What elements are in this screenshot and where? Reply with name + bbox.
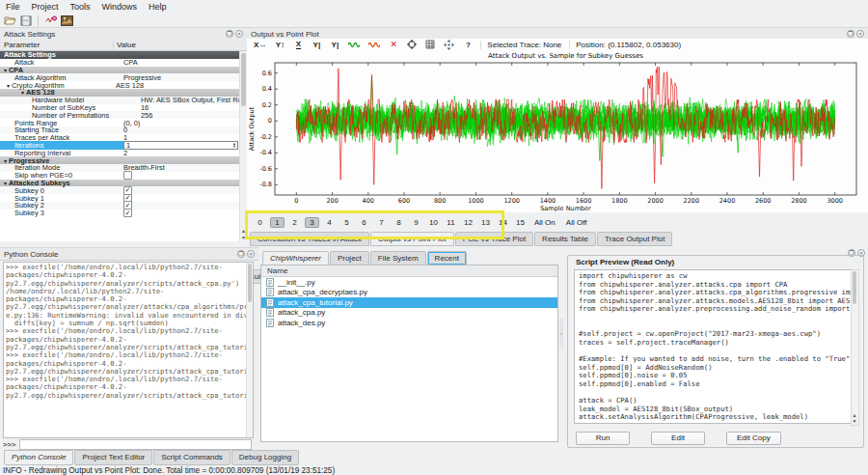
subkey-button-6[interactable]: 6 xyxy=(357,217,371,228)
range-x-icon[interactable]: X xyxy=(293,40,303,49)
tab-python-console[interactable]: Python Console xyxy=(4,450,73,465)
tab-correlation-vs-traces-in-attack[interactable]: Correlation vs Traces in Attack xyxy=(250,232,369,246)
subkey-button-2[interactable]: 2 xyxy=(287,217,302,228)
parameter-value[interactable] xyxy=(123,171,240,180)
checkbox-unchecked[interactable] xyxy=(123,171,132,180)
file-item-attack-des-py[interactable]: attack_des.py xyxy=(261,318,557,328)
autoscale-y-icon[interactable]: Y↕ xyxy=(275,40,285,49)
menu-tools[interactable]: Tools xyxy=(65,1,96,13)
subkey-button-13[interactable]: 13 xyxy=(478,217,493,228)
console-scrollbar[interactable] xyxy=(246,263,253,437)
file-item-init-py[interactable]: __init__.py xyxy=(261,277,557,288)
tab-project[interactable]: Project xyxy=(330,251,369,265)
tree-row-subkey-3[interactable]: Subkey 3✓ xyxy=(0,210,240,217)
tab-results-table[interactable]: Results Table xyxy=(534,232,596,246)
subkey-button-3[interactable]: 3 xyxy=(305,217,319,228)
file-item-attack-cpa-decryptaes-py[interactable]: attack_cpa_decryptaes.py xyxy=(261,288,557,298)
menu-file[interactable]: File xyxy=(0,1,26,13)
script-file-list[interactable]: Name __init__.pyattack_cpa_decryptaes.py… xyxy=(260,265,558,442)
tab-debug-logging[interactable]: Debug Logging xyxy=(231,450,299,465)
edit-copy-button[interactable]: Edit Copy xyxy=(726,432,781,445)
subkey-button-14[interactable]: 14 xyxy=(496,217,510,228)
parameter-value[interactable]: CPA xyxy=(123,58,240,67)
script-scrollbar[interactable]: ▲ ▼ xyxy=(851,269,859,426)
persistence-traces-icon[interactable] xyxy=(368,40,380,49)
subkey-button-0[interactable]: 0 xyxy=(253,217,267,228)
attack-settings-tree[interactable]: Attack SettingsAttackCPA▾CPAAttack Algor… xyxy=(0,51,240,241)
tab-file-system[interactable]: File System xyxy=(370,251,426,265)
subkey-button-12[interactable]: 12 xyxy=(461,217,475,228)
spinner-arrows-icon[interactable]: ▲▼ xyxy=(232,142,236,149)
console-input[interactable] xyxy=(19,439,252,450)
tree-scrollbar[interactable]: ▲ ▲ ▼ xyxy=(239,51,247,241)
tab-recent[interactable]: Recent xyxy=(427,251,467,265)
subkey-button-4[interactable]: 4 xyxy=(322,217,337,228)
parameter-name: Subkey 3 xyxy=(14,209,44,217)
subkey-button-all-on[interactable]: All On xyxy=(530,217,559,228)
subkey-button-7[interactable]: 7 xyxy=(374,217,389,228)
svg-text:Attack Output: Attack Output xyxy=(248,106,256,151)
help-icon[interactable]: ? xyxy=(463,40,473,49)
name-column-header[interactable]: Name xyxy=(267,266,287,275)
menu-windows[interactable]: Windows xyxy=(96,1,144,13)
iterations-spinbox[interactable]: 1▲▼ xyxy=(123,141,238,150)
subkey-button-10[interactable]: 10 xyxy=(426,217,441,228)
subkey-button-8[interactable]: 8 xyxy=(392,217,406,228)
tab-project-text-editor[interactable]: Project Text Editor xyxy=(74,450,152,465)
chart-canvas[interactable]: 0200400600800100012001400160018002000220… xyxy=(247,50,868,212)
subkey-button-all-off[interactable]: All Off xyxy=(562,217,591,228)
run-button[interactable]: Run xyxy=(576,432,630,445)
tab-script-commands[interactable]: Script Commands xyxy=(153,450,231,465)
file-list-header[interactable]: Name xyxy=(261,265,557,277)
parameter-value[interactable]: 1▲▼ xyxy=(123,141,240,150)
show-traces-icon[interactable] xyxy=(348,40,360,49)
checkbox-checked[interactable]: ✓ xyxy=(123,209,132,217)
tab-pge-vs-trace-plot[interactable]: PGE vs Trace Plot xyxy=(455,232,533,246)
range-y-icon[interactable]: Y| xyxy=(312,40,321,49)
subkey-button-9[interactable]: 9 xyxy=(409,217,423,228)
open-project-icon[interactable] xyxy=(3,14,16,27)
autoscale-x-icon[interactable]: X↔ xyxy=(254,40,266,49)
dock-close-icon[interactable]: × xyxy=(247,250,255,258)
dock-close-icon[interactable]: × xyxy=(856,30,864,38)
analyzer-tool-icon[interactable] xyxy=(60,14,73,27)
script-preview-panel: ❐ × Script Preview (Read Only) import ch… xyxy=(563,247,868,452)
tab-output-vs-point-plot[interactable]: Output vs Point Plot xyxy=(370,232,454,246)
subkey-button-15[interactable]: 15 xyxy=(513,217,528,228)
dock-float-icon[interactable]: ❐ xyxy=(226,30,233,38)
attack-settings-title: Attack Settings xyxy=(4,30,55,39)
dock-close-icon[interactable]: × xyxy=(235,30,243,38)
crosshair-icon[interactable] xyxy=(407,40,417,49)
value-column-header[interactable]: Value xyxy=(114,41,136,49)
grid-icon[interactable] xyxy=(425,40,435,49)
save-project-icon[interactable] xyxy=(19,14,33,27)
tree-row-attack[interactable]: AttackCPA xyxy=(0,59,240,67)
tree-scrollbar-thumb[interactable] xyxy=(241,53,246,106)
menu-help[interactable]: Help xyxy=(143,1,173,13)
clear-plot-icon[interactable]: ✕ xyxy=(389,40,398,49)
svg-text:2200: 2200 xyxy=(684,197,700,205)
capture-tool-icon[interactable] xyxy=(43,14,57,27)
script-code-view[interactable]: import chipwhisperer as cw from chipwhis… xyxy=(574,269,853,424)
parameter-value[interactable]: ✓ xyxy=(123,209,240,217)
tab-chipwhisperer[interactable]: ChipWhisperer xyxy=(262,251,329,265)
subkey-button-5[interactable]: 5 xyxy=(339,217,354,228)
console-output[interactable]: >>> execfile('/home/ondro/.local/lib/pyt… xyxy=(3,262,254,438)
attack-output-chart[interactable]: 0200400600800100012001400160018002000220… xyxy=(247,50,868,212)
menu-project[interactable]: Project xyxy=(26,1,65,13)
tab-trace-output-plot[interactable]: Trace Output Plot xyxy=(597,232,672,246)
parameter-value[interactable]: AES 128 xyxy=(116,81,240,90)
dock-float-icon[interactable]: ❐ xyxy=(237,250,245,258)
bottom-dock-tabs: Python ConsoleProject Text EditorScript … xyxy=(2,450,299,465)
expand-arrow-icon[interactable]: ▾ xyxy=(7,82,10,89)
range-y2-icon[interactable]: Y| xyxy=(330,40,339,49)
parameter-column-header[interactable]: Parameter xyxy=(0,41,114,49)
pan-icon[interactable] xyxy=(444,40,454,49)
panel-splitter[interactable]: ‹ xyxy=(559,319,563,348)
file-item-attack-cpa-py[interactable]: attack_cpa.py xyxy=(261,308,557,319)
file-item-attack-cpa-tutorial-py[interactable]: attack_cpa_tutorial.py xyxy=(261,297,557,308)
subkey-button-11[interactable]: 11 xyxy=(444,217,458,228)
edit-button[interactable]: Edit xyxy=(651,432,705,445)
subkey-button-1[interactable]: 1 xyxy=(270,217,285,228)
dock-float-icon[interactable]: ❐ xyxy=(847,30,854,38)
